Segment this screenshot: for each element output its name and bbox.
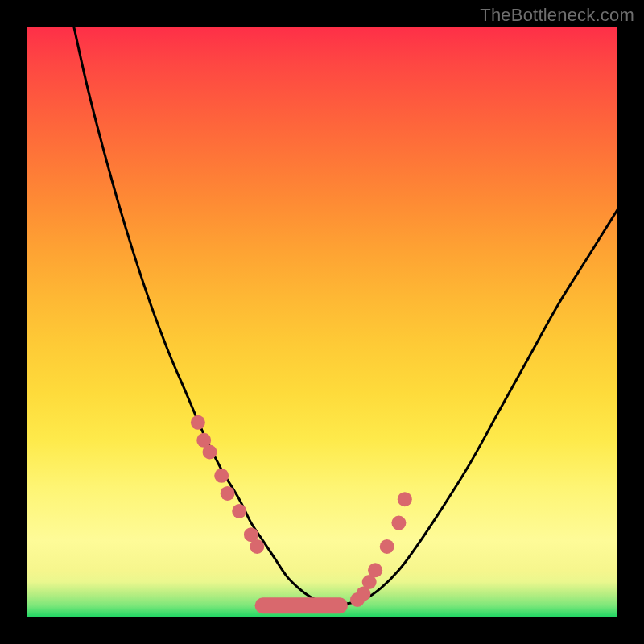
data-point <box>232 504 246 518</box>
data-point <box>368 563 382 577</box>
data-point <box>221 486 235 501</box>
data-markers <box>191 415 412 614</box>
curve-path <box>74 27 617 605</box>
data-point <box>203 445 217 460</box>
data-point <box>191 415 205 430</box>
data-point <box>391 516 406 530</box>
data-point <box>214 469 229 483</box>
data-point <box>398 492 412 506</box>
plot-area <box>27 27 617 617</box>
chart-container: TheBottleneck.com <box>0 0 644 644</box>
data-point <box>250 539 264 554</box>
chart-svg <box>27 27 617 617</box>
watermark-text: TheBottleneck.com <box>480 5 634 26</box>
data-point <box>380 539 394 554</box>
curve-line <box>74 27 617 605</box>
bottom-marker-bar <box>255 597 348 613</box>
